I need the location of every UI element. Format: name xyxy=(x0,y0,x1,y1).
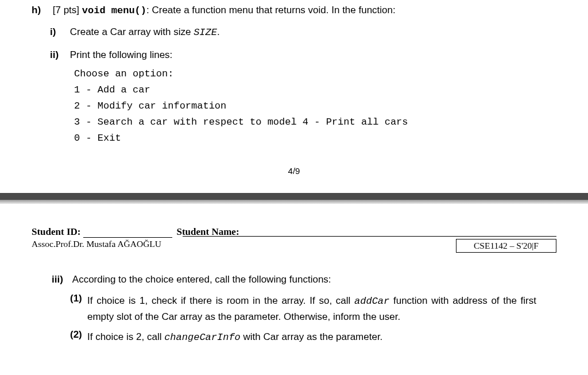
num-marker-1: (1) xyxy=(70,293,87,324)
subitem-i: i) Create a Car array with size SIZE. xyxy=(50,24,556,41)
page-number: 4/9 xyxy=(32,166,556,176)
i-size: SIZE xyxy=(194,27,217,38)
marker-i: i) xyxy=(50,24,67,41)
num-body-2: If choice is 2, call changeCarInfo with … xyxy=(87,329,536,345)
code-block: Choose an option: 1 - Add a car 2 - Modi… xyxy=(74,66,556,146)
student-id-field[interactable] xyxy=(83,227,172,238)
num-item-1: (1) If choice is 1, check if there is ro… xyxy=(70,293,536,324)
code-line-3: 2 - Modify car information xyxy=(74,98,556,114)
i-text-a: Create a Car array with size xyxy=(70,26,194,37)
code-line-4: 3 - Search a car with respect to model 4… xyxy=(74,114,556,130)
marker-ii: ii) xyxy=(50,47,67,64)
h-code: void menu() xyxy=(82,5,146,16)
num-body-1: If choice is 1, check if there is room i… xyxy=(87,293,536,324)
n1-text-a: If choice is 1, check if there is room i… xyxy=(87,295,354,306)
divider-shade xyxy=(0,200,588,204)
student-id-label: Student ID: xyxy=(32,226,81,238)
content-bottom: iii) According to the choice entered, ca… xyxy=(0,271,588,345)
num-marker-2: (2) xyxy=(70,329,87,345)
code-line-2: 1 - Add a car xyxy=(74,82,556,98)
content-top: h) [7 pts] void menu(): Create a functio… xyxy=(0,0,588,176)
document-page: h) [7 pts] void menu(): Create a functio… xyxy=(0,0,588,375)
subitem-iii: iii) According to the choice entered, ca… xyxy=(52,271,536,288)
num-item-2: (2) If choice is 2, call changeCarInfo w… xyxy=(70,329,536,345)
subitem-ii: ii) Print the following lines: xyxy=(50,47,556,64)
divider-dark xyxy=(0,193,588,200)
n2-text-b: with Car array as the parameter. xyxy=(241,331,383,342)
marker-h: h) xyxy=(32,5,50,16)
header-row-2: Assoc.Prof.Dr. Mustafa AĞAOĞLU CSE1142 –… xyxy=(32,239,556,253)
h-text: : Create a function menu that returns vo… xyxy=(146,5,396,16)
marker-iii: iii) xyxy=(52,271,70,288)
course-box: CSE1142 – S'20|F xyxy=(456,239,556,253)
page-header-block: Student ID: Student Name: Assoc.Prof.Dr.… xyxy=(0,226,588,253)
n2-text-a: If choice is 2, call xyxy=(87,331,164,342)
code-line-5: 0 - Exit xyxy=(74,130,556,146)
n2-fn: changeCarInfo xyxy=(164,332,241,343)
code-line-1: Choose an option: xyxy=(74,66,556,82)
ii-text: Print the following lines: xyxy=(70,49,173,60)
item-h: h) [7 pts] void menu(): Create a functio… xyxy=(32,5,556,16)
i-text-b: . xyxy=(217,26,220,37)
page-divider xyxy=(0,193,588,203)
n1-fn: addCar xyxy=(354,296,389,307)
h-pts: [7 pts] xyxy=(53,5,79,16)
professor-name: Assoc.Prof.Dr. Mustafa AĞAOĞLU xyxy=(32,239,161,249)
student-name-underline xyxy=(183,236,556,237)
iii-text: According to the choice entered, call th… xyxy=(72,274,331,285)
